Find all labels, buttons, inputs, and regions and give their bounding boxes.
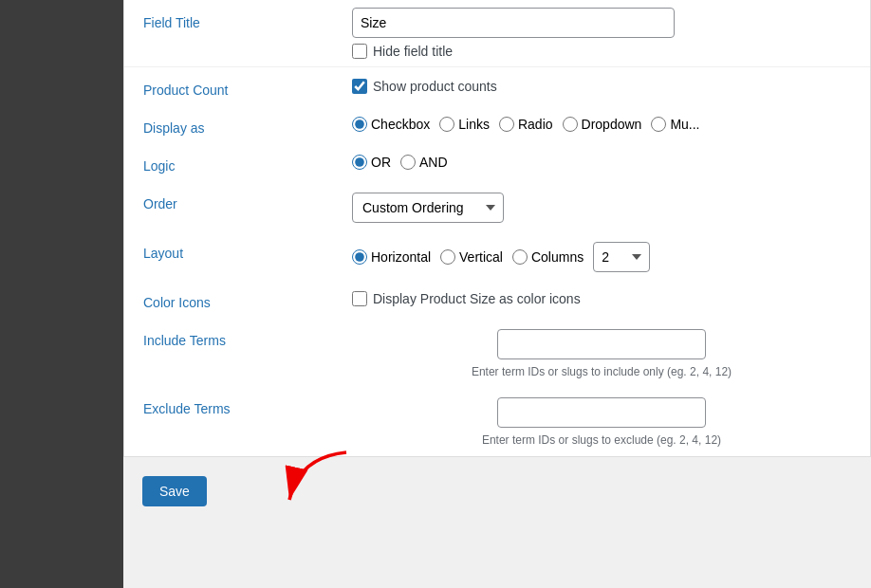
- sidebar: [0, 0, 123, 588]
- hide-field-title-checkbox[interactable]: [352, 44, 367, 59]
- layout-horizontal-label: Horizontal: [371, 249, 431, 265]
- include-terms-input[interactable]: [497, 329, 706, 359]
- logic-and-label: AND: [419, 155, 448, 170]
- order-control: Custom Ordering Name ID Count: [352, 193, 851, 223]
- include-terms-label: Include Terms: [143, 329, 352, 348]
- display-as-dropdown-label: Dropdown: [582, 117, 642, 132]
- product-count-label: Product Count: [143, 79, 352, 98]
- footer-area: Save: [123, 457, 871, 588]
- logic-and-option: AND: [400, 155, 448, 170]
- display-as-label: Display as: [143, 117, 352, 136]
- display-as-links-option: Links: [439, 117, 490, 132]
- display-as-checkbox-radio[interactable]: [352, 117, 367, 132]
- hide-title-row: Hide field title: [124, 42, 870, 64]
- include-terms-control: Enter term IDs or slugs to include only …: [352, 329, 851, 378]
- show-product-counts-wrapper: Show product counts: [352, 79, 497, 94]
- exclude-terms-row: Exclude Terms Enter term IDs or slugs to…: [124, 388, 870, 456]
- product-count-row: Product Count Show product counts: [124, 69, 870, 107]
- product-count-control: Show product counts: [352, 79, 851, 94]
- main-content: Field Title Hide field title Product Cou…: [123, 0, 871, 588]
- color-icons-checkbox-wrapper: Display Product Size as color icons: [352, 291, 581, 306]
- layout-horizontal-option: Horizontal: [352, 249, 431, 265]
- field-title-row: Field Title: [124, 0, 870, 42]
- exclude-terms-label: Exclude Terms: [143, 397, 352, 416]
- include-terms-hint: Enter term IDs or slugs to include only …: [472, 365, 732, 378]
- display-as-dropdown-option: Dropdown: [563, 117, 642, 132]
- layout-horizontal-radio[interactable]: [352, 249, 367, 265]
- display-as-mu-label: Mu...: [670, 117, 699, 132]
- color-icons-label: Color Icons: [143, 291, 352, 310]
- field-title-label: Field Title: [143, 15, 352, 30]
- order-row: Order Custom Ordering Name ID Count: [124, 183, 870, 232]
- color-icons-row: Color Icons Display Product Size as colo…: [124, 282, 870, 320]
- display-as-links-label: Links: [458, 117, 490, 132]
- exclude-terms-control: Enter term IDs or slugs to exclude (eg. …: [352, 397, 851, 447]
- display-as-radio-label: Radio: [518, 117, 553, 132]
- columns-select[interactable]: 2 3 4 5: [593, 242, 650, 272]
- color-icons-checkbox-label: Display Product Size as color icons: [373, 291, 581, 306]
- logic-control: OR AND: [352, 155, 851, 170]
- order-select[interactable]: Custom Ordering Name ID Count: [352, 193, 504, 223]
- display-as-control: Checkbox Links Radio Dropdown Mu...: [352, 117, 851, 132]
- logic-label: Logic: [143, 155, 352, 174]
- layout-vertical-radio[interactable]: [440, 249, 455, 265]
- exclude-terms-input[interactable]: [497, 397, 706, 428]
- layout-vertical-option: Vertical: [440, 249, 503, 265]
- logic-or-option: OR: [352, 155, 391, 170]
- display-as-links-radio[interactable]: [439, 117, 454, 132]
- layout-columns-radio[interactable]: [512, 249, 528, 265]
- color-icons-checkbox[interactable]: [352, 291, 367, 306]
- logic-or-radio[interactable]: [352, 155, 367, 170]
- arrow-indicator: [270, 448, 356, 517]
- order-label: Order: [143, 193, 352, 211]
- layout-label: Layout: [143, 242, 352, 261]
- layout-columns-option: Columns: [512, 249, 584, 265]
- display-as-radio-radio[interactable]: [499, 117, 514, 132]
- save-button[interactable]: Save: [142, 476, 207, 506]
- hide-field-title-wrapper: Hide field title: [352, 44, 453, 59]
- field-title-input[interactable]: [352, 8, 675, 38]
- include-terms-row: Include Terms Enter term IDs or slugs to…: [124, 320, 870, 388]
- layout-row: Layout Horizontal Vertical Columns 2 3: [124, 232, 870, 282]
- color-icons-control: Display Product Size as color icons: [352, 291, 851, 306]
- exclude-terms-hint: Enter term IDs or slugs to exclude (eg. …: [482, 433, 721, 447]
- logic-or-label: OR: [371, 155, 391, 170]
- layout-vertical-label: Vertical: [459, 249, 503, 265]
- show-product-counts-label: Show product counts: [373, 79, 497, 94]
- display-as-checkbox-option: Checkbox: [352, 117, 430, 132]
- logic-and-radio[interactable]: [400, 155, 416, 170]
- display-as-mu-radio[interactable]: [651, 117, 666, 132]
- layout-control: Horizontal Vertical Columns 2 3 4 5: [352, 242, 851, 272]
- logic-row: Logic OR AND: [124, 145, 870, 183]
- hide-field-title-label: Hide field title: [373, 44, 453, 59]
- display-as-row: Display as Checkbox Links Radio Dropdown: [124, 107, 870, 145]
- display-as-mu-option: Mu...: [651, 117, 699, 132]
- layout-columns-label: Columns: [531, 249, 584, 265]
- display-as-radio-option: Radio: [499, 117, 553, 132]
- display-as-dropdown-radio[interactable]: [563, 117, 578, 132]
- display-as-checkbox-label: Checkbox: [371, 117, 430, 132]
- show-product-counts-checkbox[interactable]: [352, 79, 367, 94]
- form-panel: Field Title Hide field title Product Cou…: [123, 0, 871, 457]
